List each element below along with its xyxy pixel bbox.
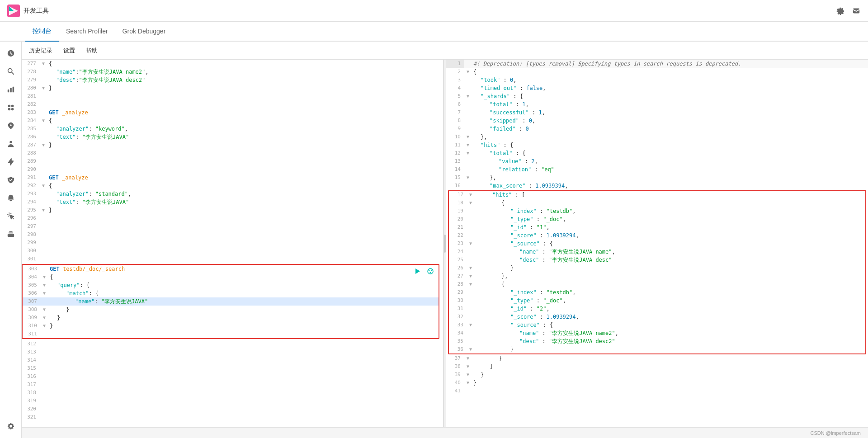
code-line: 305 "query": {	[23, 281, 439, 289]
tab-console[interactable]: 控制台	[25, 22, 59, 42]
code-line: 24 "name" : "李方安生说JAVA name",	[449, 248, 865, 256]
code-line: 4 "timed_out" : false,	[446, 84, 868, 92]
code-line: 316	[22, 372, 443, 381]
code-line: 297	[22, 222, 443, 231]
code-line: 37 }	[446, 354, 868, 363]
code-line: 304 {	[23, 273, 439, 281]
code-line: 293 "analyzer": "standard",	[22, 190, 443, 198]
code-line: 321	[22, 413, 443, 421]
code-line: 36 }	[449, 345, 865, 353]
sidebar-icon-shield[interactable]	[3, 172, 19, 188]
code-line: 25 "desc" : "李方安生说JAVA desc"	[449, 256, 865, 264]
code-line: 282	[22, 100, 443, 108]
code-line: 20 "_type" : "_doc",	[449, 215, 865, 223]
sidebar-icon-chart[interactable]	[3, 81, 19, 98]
right-selected-block: 17 "hits" : [ 18 { 19 "_index" : "testdb…	[448, 190, 866, 354]
sidebar-icon-stack[interactable]	[3, 226, 19, 242]
code-line: 320	[22, 405, 443, 413]
code-line: 299	[22, 239, 443, 247]
kibana-logo-icon	[7, 5, 20, 17]
code-line: 314	[22, 356, 443, 364]
code-line: 294 "text": "李方安生说JAVA"	[22, 198, 443, 206]
code-line: 41	[446, 387, 868, 395]
copy-query-button[interactable]	[425, 266, 436, 277]
code-line: 14 "relation" : "eq"	[446, 165, 868, 174]
code-line: 295 }	[22, 206, 443, 214]
code-line: 279 "desc":"李方安生说JAVA desc2"	[22, 76, 443, 84]
bottom-bar-right: CSDN @imperfectsam	[811, 430, 861, 436]
code-line: 312	[22, 340, 443, 348]
sidebar-icon-map[interactable]	[3, 118, 19, 134]
code-line: 309 }	[23, 314, 439, 322]
code-line: 313	[22, 348, 443, 356]
code-line: 32 "_score" : 1.0939294,	[449, 313, 865, 321]
code-line: 29 "_index" : "testdb",	[449, 288, 865, 297]
code-line: 278 "name":"李方安生说JAVA name2",	[22, 68, 443, 76]
content-area: 历史记录 设置 帮助 277 { 278 "name":"李方安生说JAVA n…	[22, 42, 868, 438]
code-line: 286 "text": "李方安生说JAVA"	[22, 133, 443, 141]
bottom-bar: CSDN @imperfectsam	[22, 427, 868, 438]
code-line: 28 {	[449, 280, 865, 288]
code-line: 284 {	[22, 117, 443, 125]
code-line: 38 ]	[446, 363, 868, 371]
top-bar-actions	[835, 6, 861, 15]
sidebar-icon-search[interactable]	[3, 63, 19, 80]
sidebar-icon-grid[interactable]	[3, 99, 19, 116]
sidebar-icon-alert[interactable]	[3, 190, 19, 206]
sub-nav-history[interactable]: 历史记录	[29, 47, 52, 55]
tab-search-profiler[interactable]: Search Profiler	[59, 22, 115, 42]
code-line: 308 }	[23, 306, 439, 314]
app-logo: 开发工具	[7, 5, 49, 17]
sidebar-icon-user[interactable]	[3, 136, 19, 152]
mail-icon[interactable]	[852, 6, 861, 15]
code-line: 34 "name" : "李方安生说JAVA name2",	[449, 329, 865, 337]
code-line: 283 GET _analyze	[22, 108, 443, 117]
sidebar-icon-settings[interactable]	[3, 418, 19, 434]
code-line: 7 "successful" : 1,	[446, 108, 868, 117]
tab-grok-debugger[interactable]: Grok Debugger	[115, 22, 173, 42]
code-line: 19 "_index" : "testdb",	[449, 207, 865, 215]
main-layout: 历史记录 设置 帮助 277 { 278 "name":"李方安生说JAVA n…	[0, 42, 868, 438]
code-line: 3 "took" : 0,	[446, 76, 868, 84]
right-editor-pane[interactable]: 1 #! Deprecation: [types removal] Specif…	[446, 60, 868, 427]
svg-point-5	[431, 270, 433, 271]
svg-point-4	[429, 270, 430, 271]
sidebar-icon-finger[interactable]	[3, 208, 19, 224]
sidebar-bottom	[3, 418, 19, 438]
code-line: 17 "hits" : [	[449, 191, 865, 199]
code-line: 13 "value" : 2,	[446, 157, 868, 165]
code-line: 23 "_source" : {	[449, 240, 865, 248]
settings-icon[interactable]	[835, 6, 844, 15]
run-query-button[interactable]	[412, 266, 423, 277]
code-line: 292 {	[22, 182, 443, 190]
editor-area: 277 { 278 "name":"李方安生说JAVA name2", 279 …	[22, 60, 868, 427]
top-bar: 开发工具	[0, 0, 868, 22]
code-line: 40 }	[446, 379, 868, 387]
code-line: 315	[22, 364, 443, 372]
code-line: 26 }	[449, 264, 865, 272]
code-line: 310 }	[23, 322, 439, 330]
left-editor-pane[interactable]: 277 { 278 "name":"李方安生说JAVA name2", 279 …	[22, 60, 443, 427]
code-line: 319	[22, 397, 443, 405]
code-line: 301	[22, 255, 443, 263]
sidebar	[0, 42, 22, 438]
code-line: 288	[22, 149, 443, 157]
code-line: 8 "skipped" : 0,	[446, 117, 868, 125]
code-line: 303 GET testdb/_doc/_search	[23, 265, 439, 273]
code-line: 291 GET _analyze	[22, 174, 443, 182]
code-line: 318	[22, 389, 443, 397]
code-line: 1 #! Deprecation: [types removal] Specif…	[446, 60, 868, 68]
code-line: 307 "name": "李方安生说JAVA"	[23, 297, 439, 306]
sidebar-icon-bolt[interactable]	[3, 154, 19, 170]
code-line: 287 }	[22, 141, 443, 149]
code-line: 35 "desc" : "李方安生说JAVA desc2"	[449, 337, 865, 345]
code-line: 33 "_source" : {	[449, 321, 865, 329]
sub-nav: 历史记录 设置 帮助	[22, 42, 868, 60]
code-line: 2 {	[446, 68, 868, 76]
sub-nav-help[interactable]: 帮助	[86, 47, 98, 55]
sub-nav-settings[interactable]: 设置	[63, 47, 75, 55]
code-line: 16 "max_score" : 1.0939394,	[446, 182, 868, 190]
code-line: 296	[22, 214, 443, 222]
sidebar-icon-clock[interactable]	[3, 45, 19, 61]
code-line: 311	[23, 330, 439, 338]
